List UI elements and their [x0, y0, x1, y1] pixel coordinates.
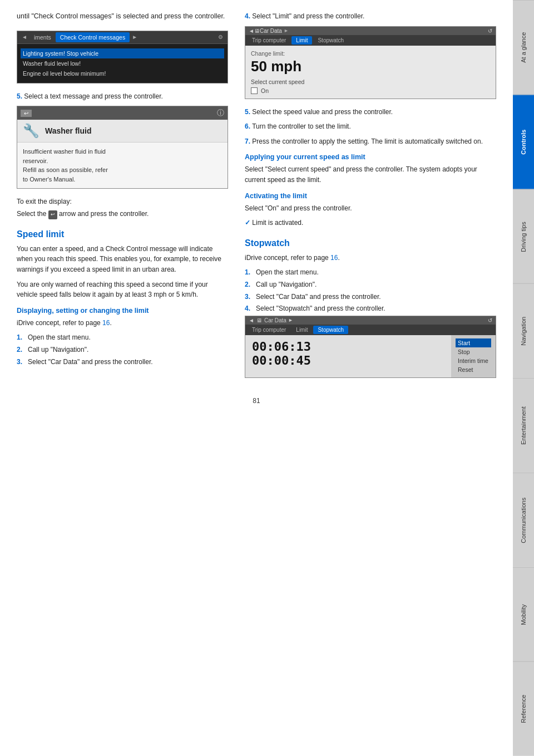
sidebar-tab-at-a-glance[interactable]: At a glance — [513, 0, 534, 95]
activating-body1: Select "On" and press the controller. — [245, 203, 496, 214]
msg-top-bar: ↩ ⓘ — [17, 106, 228, 120]
screen1-content: Lighting system! Stop vehicle Washer flu… — [17, 44, 228, 83]
sw-arrow-right-icon: ► — [288, 317, 293, 323]
limit-tab[interactable]: Limit — [291, 36, 312, 45]
list-item: 1. Open the start menu. — [17, 332, 228, 343]
step4-right: 4. Select "Limit" and press the controll… — [245, 11, 496, 22]
limit-tabs: Trip computer Limit Stopwatch — [245, 35, 496, 46]
sw-body: 00:06:13 00:00:45 Start Stop Interim tim… — [245, 335, 496, 377]
msg-title: Washer fluid — [45, 126, 92, 135]
limit-body: Change limit: 50 mph Select current spee… — [245, 46, 496, 99]
screen1-tab-bar: ◄ iments Check Control messages ► ⚙ — [17, 31, 228, 44]
checkmark-icon: ✓ — [245, 219, 250, 227]
stopwatch-screen: ◄ 🖥 Car Data ► ↺ Trip computer Limit Sto… — [245, 316, 496, 378]
right-column: 4. Select "Limit" and press the controll… — [245, 11, 496, 386]
gear-icon: ⚙ — [218, 34, 225, 40]
sw-interim-item[interactable]: Interim time — [458, 356, 489, 365]
list-item: 1. Open the start menu. — [245, 267, 496, 278]
list-item: 2. Call up "Navigation". — [17, 345, 228, 355]
sw-topbar: ◄ 🖥 Car Data ► ↺ — [245, 316, 496, 325]
limit-screen: ◄ 🖥 Car Data ► ↺ Trip computer Limit Sto… — [245, 26, 496, 99]
intro-text: until "Check Control messages" is select… — [17, 11, 228, 22]
sidebar-tab-navigation[interactable]: Navigation — [513, 283, 534, 378]
stopwatch-heading: Stopwatch — [245, 238, 496, 248]
check-control-tab[interactable]: Check Control messages — [56, 32, 130, 42]
sidebar-right: At a glance Controls Driving tips Naviga… — [513, 0, 534, 756]
to-exit-line1: To exit the display: — [17, 197, 228, 207]
idrive-ref-left: iDrive concept, refer to page 16. — [17, 318, 228, 328]
limit-topbar: ◄ 🖥 Car Data ► ↺ — [245, 27, 496, 35]
sw-start-item[interactable]: Start — [456, 338, 491, 347]
info-icon: ⓘ — [217, 108, 224, 118]
msg-header: 🔧 Washer fluid — [17, 120, 228, 143]
left-column: until "Check Control messages" is select… — [17, 11, 228, 386]
trip-computer-tab[interactable]: Trip computer — [248, 36, 290, 45]
list-item: 3. Select "Car Data" and press the contr… — [245, 292, 496, 302]
back-button[interactable]: ↩ — [21, 110, 32, 117]
sw-limit-tab[interactable]: Limit — [291, 326, 312, 334]
list-item: 3. Select "Car Data" and press the contr… — [17, 357, 228, 367]
speed-limit-body2: You are only warned of reaching this spe… — [17, 279, 228, 300]
sw-time1: 00:06:13 — [252, 340, 444, 354]
sidebar-tab-mobility[interactable]: Mobility — [513, 567, 534, 662]
on-row: On — [251, 87, 490, 94]
applying-heading: Applying your current speed as limit — [245, 153, 496, 161]
menu-item-lighting[interactable]: Lighting system! Stop vehicle — [21, 48, 224, 58]
speed-value: 50 mph — [251, 58, 490, 75]
sw-time2: 00:00:45 — [252, 354, 444, 367]
back-arrow-symbol: ↩ — [48, 210, 57, 219]
refresh-icon: ↺ — [488, 28, 492, 34]
sw-stopwatch-tab[interactable]: Stopwatch — [313, 326, 348, 334]
nav-arrow-left-icon: ◄ — [19, 34, 29, 40]
checkbox-icon[interactable] — [251, 87, 258, 94]
washer-fluid-screen: ↩ ⓘ 🔧 Washer fluid Insufficient washer f… — [17, 106, 228, 189]
speed-limit-steps: 1. Open the start menu. 2. Call up "Navi… — [17, 332, 228, 367]
sidebar-tab-communications[interactable]: Communications — [513, 473, 534, 567]
to-exit-line2: Select the ↩ arrow and press the control… — [17, 209, 228, 219]
sw-times: 00:06:13 00:00:45 — [245, 335, 451, 377]
nav-arrow-right-icon: ► — [130, 34, 140, 40]
check-control-screen: ◄ iments Check Control messages ► ⚙ Ligh… — [17, 31, 228, 84]
change-limit-label: Change limit: — [251, 50, 490, 57]
stopwatch-steps: 1. Open the start menu. 2. Call up "Navi… — [245, 267, 496, 313]
menu-item-engine[interactable]: Engine oil level below minimum! — [23, 68, 222, 78]
sidebar-tab-controls[interactable]: Controls — [513, 95, 534, 189]
menu-item-washer[interactable]: Washer fluid level low! — [23, 58, 222, 68]
activating-body2: ✓ Limit is activated. — [245, 218, 496, 228]
activating-heading: Activating the limit — [245, 192, 496, 200]
ls-nav-left-icon: ◄ — [249, 28, 254, 34]
sw-refresh-icon: ↺ — [488, 317, 492, 323]
step5-left: 5. Select a text message and press the c… — [17, 91, 228, 102]
sw-trip-tab[interactable]: Trip computer — [248, 326, 290, 334]
applying-body: Select "Select current speed" and press … — [245, 164, 496, 185]
step7-right: 7. Press the controller to apply the set… — [245, 136, 496, 147]
iments-tab: iments — [29, 32, 56, 42]
sw-tabs: Trip computer Limit Stopwatch — [245, 325, 496, 335]
page-number: 81 — [17, 397, 496, 405]
two-column-layout: until "Check Control messages" is select… — [17, 11, 496, 386]
ls-arrow-right-icon: ► — [284, 28, 289, 33]
sw-menu: Start Stop Interim time Reset — [451, 335, 496, 377]
list-item: 2. Call up "Navigation". — [245, 279, 496, 290]
sw-reset-item[interactable]: Reset — [458, 365, 489, 374]
displaying-setting-heading: Displaying, setting or changing the limi… — [17, 307, 228, 315]
idrive-ref-right: iDrive concept, refer to page 16. — [245, 253, 496, 263]
main-content: until "Check Control messages" is select… — [0, 0, 513, 756]
speed-limit-heading: Speed limit — [17, 229, 228, 239]
sidebar-tab-driving-tips[interactable]: Driving tips — [513, 189, 534, 284]
stopwatch-tab[interactable]: Stopwatch — [313, 36, 348, 45]
sw-stop-item[interactable]: Stop — [458, 347, 489, 356]
msg-body: Insufficient washer fluid in fluid reser… — [17, 143, 228, 188]
sidebar-tab-reference[interactable]: Reference — [513, 661, 534, 756]
sw-nav-left-icon: ◄ — [249, 317, 254, 323]
step6-right: 6. Turn the controller to set the limit. — [245, 121, 496, 132]
washer-icon: 🔧 — [23, 123, 39, 139]
car-data-icon2: 🖥 — [256, 317, 262, 323]
list-item: 4. Select "Stopwatch" and press the cont… — [245, 303, 496, 314]
step5-right: 5. Select the speed value and press the … — [245, 107, 496, 117]
car-data-icon: 🖥 — [254, 28, 260, 34]
speed-limit-body1: You can enter a speed, and a Check Contr… — [17, 244, 228, 275]
sidebar-tab-entertainment[interactable]: Entertainment — [513, 378, 534, 473]
select-current-speed: Select current speed — [251, 78, 490, 85]
